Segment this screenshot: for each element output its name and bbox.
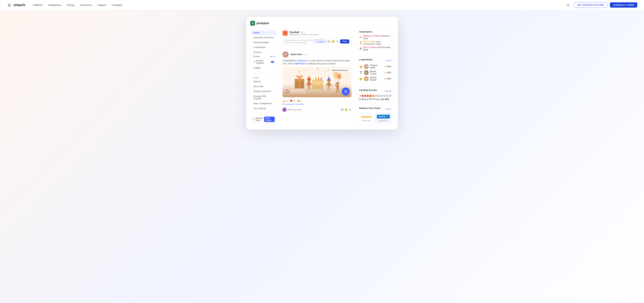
sidebar-send-gifts[interactable]: Send Gifts xyxy=(251,84,276,89)
post-overlay: TW Theresa Webb Manager, Marketing 500 P… xyxy=(282,84,352,97)
schedule-demo-button[interactable]: SCHEDULE A DEMO xyxy=(610,2,637,8)
surveys-view-all[interactable]: View all xyxy=(385,90,391,92)
post-text: Congratulations @Thresa on 2 years with … xyxy=(282,59,352,65)
sidebar-item-leaderboard[interactable]: Leaderboard xyxy=(251,45,276,50)
townhall-card: 🎁 Townhall 293 | ℹ Happiness is a virtue… xyxy=(280,28,354,48)
nav-integrations[interactable]: Integrations xyxy=(48,4,61,7)
lb-rank-1-icon: 👑 xyxy=(359,65,362,68)
lb-name-1: Theresa Webb xyxy=(370,64,383,69)
sidebar-apps-integrations[interactable]: Apps & Integrations xyxy=(251,101,276,106)
sidebar-item-home[interactable]: Home xyxy=(251,30,276,35)
reaction-thumbs[interactable]: 👍 15 xyxy=(282,100,288,102)
post-button[interactable]: Post xyxy=(340,40,349,44)
survey-score-zero: 0 xyxy=(360,95,361,97)
overlay-avatar: TW xyxy=(284,89,290,94)
group-icon xyxy=(254,61,255,63)
svg-point-9 xyxy=(316,41,316,42)
reward-store-bar[interactable]: Reward Store 4579 Points xyxy=(250,115,277,124)
svg-rect-6 xyxy=(250,21,255,26)
redeem-see-all[interactable]: See all xyxy=(386,108,391,110)
birthday-name: Monica & 3 others xyxy=(363,35,380,37)
post-author-name: James Park xyxy=(290,53,302,56)
logo[interactable]: empuls xyxy=(7,2,25,8)
leaderboard-title: Leaderboard xyxy=(359,58,372,61)
walmart-logo: Walmart ✳ xyxy=(377,115,390,119)
comment-input[interactable] xyxy=(288,109,340,111)
lb-avatar-2: BC xyxy=(364,70,369,75)
lb-points-2: ★ 4791 xyxy=(384,72,391,74)
comment-icons: 💬 😊 📎 xyxy=(341,108,352,111)
post-mention: @Thresa xyxy=(297,60,306,62)
amazon-add-to-cart[interactable]: Add to cart xyxy=(362,120,370,122)
sidebar-item-recognize[interactable]: Recognize & Reward xyxy=(251,35,276,40)
leaderboard-see-all[interactable]: See all xyxy=(386,60,391,62)
sidebar-item-reward-budgets[interactable]: Reward Budgets xyxy=(251,40,276,45)
survey-rating: 0 10 xyxy=(359,95,391,97)
lb-points-1: ★ 5310 xyxy=(384,65,391,68)
post-placeholder[interactable]: Who are you rewarding today? Use '@' to … xyxy=(285,39,313,44)
search-icon xyxy=(567,4,570,7)
walmart-add-to-cart[interactable]: Add to cart xyxy=(380,120,388,122)
post-points: 500 Points xyxy=(295,63,305,65)
right-panel: Celebrations 🎂 Monica & 3 others birthda… xyxy=(357,28,394,126)
sidebar-groups-label: Groups xyxy=(253,55,260,58)
logo-text: empuls xyxy=(14,3,25,7)
lb-star-1: ★ xyxy=(384,65,386,68)
nav-pricing[interactable]: Pricing xyxy=(67,4,74,7)
sidebar-see-all[interactable]: see all xyxy=(269,56,275,58)
attach-icon-button[interactable]: 📎 xyxy=(336,40,339,43)
sidebar-nav: Home Recognize & Reward Reward Budgets L… xyxy=(250,28,277,72)
dot-9 xyxy=(383,95,385,97)
share-button[interactable]: ⤴ xyxy=(346,53,348,56)
nav-customers[interactable]: Customers xyxy=(80,4,92,7)
post-header: JP James Park Mar 5 ⤴ ⋯ xyxy=(280,50,354,59)
comments-link[interactable]: 99 comments • View More xyxy=(280,103,354,107)
work-anniversary-tag: Work Anniversary xyxy=(330,69,350,72)
townhall-icon: 🎁 xyxy=(282,31,288,36)
nav-company[interactable]: Company xyxy=(112,4,122,7)
comment-chat-icon[interactable]: 💬 xyxy=(341,108,344,111)
dot-8 xyxy=(380,95,382,97)
comment-icon-button[interactable]: 💬 xyxy=(328,40,330,43)
logo-icon xyxy=(7,2,12,8)
nav-platform[interactable]: Platform xyxy=(33,4,43,7)
svg-point-11 xyxy=(299,71,300,73)
sidebar-item-outdoor[interactable]: Outdoor Together 8 xyxy=(251,58,276,65)
sidebar-budget-automation[interactable]: Budget Automation xyxy=(251,89,276,94)
post-input-area[interactable]: Who are you rewarding today? Use '@' to … xyxy=(282,38,352,45)
post-reactions: 👍 15 ❤️ 24 😊 8 xyxy=(280,99,354,103)
lb-rank-3-icon: 👑 xyxy=(359,77,362,80)
birthday-icon: 🎂 xyxy=(359,36,362,39)
reaction-heart[interactable]: ❤️ 24 xyxy=(290,100,295,102)
get-started-button[interactable]: GET STARTED FOR FREE xyxy=(574,2,607,8)
anniversary-name: Ted & 1 other xyxy=(363,41,376,43)
reward-button[interactable]: Reward xyxy=(313,40,326,43)
celebration-anniversary: 🏆 Ted & 1 other work anniversary is toda… xyxy=(359,41,391,45)
comment-attach-icon[interactable]: 📎 xyxy=(348,108,352,111)
reaction-smile[interactable]: 😊 8 xyxy=(297,100,301,102)
surveys-title: Pending Surveys xyxy=(359,89,377,91)
sidebar-admin: ADMIN Reports Send Gifts Budget Automati… xyxy=(250,74,277,113)
lb-rank-2-icon: 🥈 xyxy=(359,71,362,74)
search-button[interactable] xyxy=(565,2,571,8)
post-author-avatar: JP xyxy=(282,51,288,58)
sidebar-item-surveys[interactable]: Surveys xyxy=(251,50,276,55)
svg-point-27 xyxy=(316,77,316,78)
sidebar-reports[interactable]: Reports xyxy=(251,79,276,84)
svg-rect-8 xyxy=(253,119,254,120)
comment-emoji-icon[interactable]: 😊 xyxy=(345,108,348,111)
dot-6 xyxy=(375,95,377,97)
redeem-card: Redeem Your Points See all amazon Add to… xyxy=(357,105,394,126)
sidebar-org-settings[interactable]: Org. Settings xyxy=(251,106,276,111)
sidebar-item-insights[interactable]: Insights xyxy=(251,66,276,70)
post-menu: ⤴ ⋯ xyxy=(346,53,352,56)
nav-support[interactable]: Support xyxy=(98,4,106,7)
svg-point-51 xyxy=(337,74,341,79)
sidebar-manage-rnr[interactable]: Manage R&R Program xyxy=(251,94,276,101)
emoji-icon-button[interactable]: 😊 xyxy=(332,40,334,43)
main-area: piedpiper Home Recognize & Reward Reward… xyxy=(0,10,644,303)
more-options-button[interactable]: ⋯ xyxy=(349,53,352,56)
reward-icon xyxy=(315,41,317,43)
overlay-role: Manager, Marketing xyxy=(291,92,340,94)
lb-avatar-1: TW xyxy=(364,64,369,69)
